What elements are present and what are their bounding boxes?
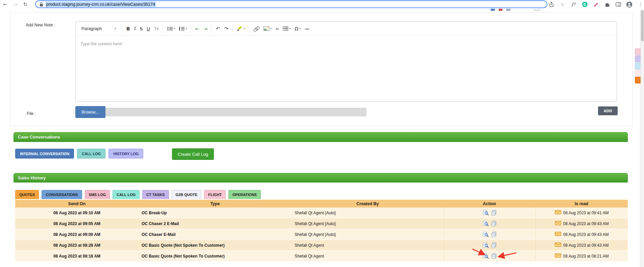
extensions-puzzle-icon[interactable] bbox=[604, 0, 610, 9]
bulleted-list-button[interactable]: ▾ bbox=[165, 24, 177, 34]
tab-g2b-quote[interactable]: G2B QUOTE bbox=[172, 190, 202, 199]
sales-history-tabs: QUOTESCONVERSATIONSSMS LOGCALL LOGCT TAS… bbox=[15, 190, 261, 199]
screen: ← → ↻ product.staging.journey-crm.co.uk/… bbox=[0, 0, 644, 267]
italic-button[interactable]: I bbox=[132, 24, 138, 34]
bookmark-star-icon[interactable]: ☆ bbox=[559, 0, 566, 9]
view-quote-icon[interactable] bbox=[483, 242, 489, 248]
pencil-extension-icon[interactable] bbox=[593, 0, 599, 9]
remove-format-icon: Tx bbox=[154, 26, 159, 31]
share-icon[interactable] bbox=[548, 0, 554, 9]
side-widget-item[interactable] bbox=[635, 70, 641, 76]
cell-send-on: 08 Aug 2023 at 09:10 AM bbox=[15, 208, 139, 218]
toolbar-separator bbox=[191, 24, 191, 33]
table-row[interactable]: 08 Aug 2023 at 09:10 AM OC Break-Up Shef… bbox=[15, 208, 628, 218]
remove-format-button[interactable]: Tx bbox=[152, 24, 161, 34]
copy-document-icon[interactable] bbox=[491, 210, 497, 216]
view-quote-icon[interactable] bbox=[483, 253, 489, 259]
copy-document-icon[interactable] bbox=[491, 221, 497, 226]
reload-icon[interactable]: ↻ bbox=[20, 0, 30, 9]
toolbar-separator bbox=[232, 24, 233, 33]
toolbar-separator bbox=[122, 24, 122, 33]
cell-is-read: 08 Aug 2023 at 09:41 AM bbox=[535, 208, 628, 218]
paragraph-dropdown[interactable]: Paragraph ▾ bbox=[79, 24, 119, 34]
bold-icon: B bbox=[126, 26, 130, 31]
underline-icon: U bbox=[147, 26, 150, 31]
toolbar-buttons: BISUTx▾▾⇤⇥↶↷▾▾“▾Ω▾— bbox=[124, 24, 312, 34]
side-widget-item[interactable] bbox=[635, 77, 641, 83]
grammarly-extension-icon[interactable]: G bbox=[581, 0, 588, 9]
undo-icon: ↶ bbox=[216, 26, 220, 32]
decrease-indent-button[interactable]: ⇤ bbox=[193, 24, 201, 34]
envelope-icon bbox=[555, 210, 561, 216]
block-quote-icon: “ bbox=[276, 29, 279, 32]
tab-quotes[interactable]: QUOTES bbox=[15, 190, 39, 199]
copy-document-icon[interactable] bbox=[491, 242, 497, 248]
address-bar[interactable]: product.staging.journey-crm.co.uk/case/V… bbox=[35, 0, 547, 8]
chevron-down-icon: ▾ bbox=[115, 27, 116, 30]
highlight-button[interactable]: ▾ bbox=[235, 24, 247, 34]
cell-action bbox=[444, 240, 535, 250]
file-input-track[interactable] bbox=[105, 108, 366, 116]
column-header-action: Action bbox=[444, 200, 535, 208]
tab-flight[interactable]: FLIGHT bbox=[204, 190, 226, 199]
button-internal-conversation[interactable]: INTERNAL CONVERSATION bbox=[15, 149, 74, 159]
browse-button[interactable]: Browse... bbox=[75, 106, 105, 118]
link-button[interactable] bbox=[251, 24, 262, 34]
is-read-date: 08 Aug 2023 at 09:43 AM bbox=[563, 232, 609, 237]
tab-call-log[interactable]: CALL LOG bbox=[113, 190, 140, 199]
add-note-button[interactable]: ADD bbox=[598, 106, 618, 115]
button-call-log[interactable]: CALL LOG bbox=[77, 149, 105, 159]
cell-created-by: Shefali Qt Agent [Auto] bbox=[292, 208, 444, 218]
table-row[interactable]: 08 Aug 2023 at 08:18 AM OC Basic Quote (… bbox=[15, 251, 628, 262]
underline-button[interactable]: U bbox=[145, 24, 152, 34]
insert-table-button[interactable]: ▾ bbox=[281, 24, 293, 34]
increase-indent-button[interactable]: ⇥ bbox=[201, 24, 209, 34]
scrollbar-thumb[interactable] bbox=[641, 10, 644, 41]
table-row[interactable]: 08 Aug 2023 at 09:05 AM OC Chaser 2 E-Ma… bbox=[15, 218, 628, 229]
back-icon[interactable]: ← bbox=[0, 0, 10, 9]
copy-document-icon[interactable] bbox=[491, 232, 497, 237]
table-row[interactable]: 08 Aug 2023 at 08:28 AM OC Basic Quote (… bbox=[15, 240, 628, 251]
insert-image-button[interactable]: ▾ bbox=[262, 24, 274, 34]
side-widget-item[interactable] bbox=[635, 55, 641, 62]
block-quote-button[interactable]: “ bbox=[274, 24, 281, 34]
page-content: Add New Note : Paragraph ▾ BISUTx▾▾⇤⇥↶↷▾… bbox=[0, 9, 644, 267]
cell-action bbox=[444, 218, 535, 229]
strikethrough-icon: S bbox=[140, 26, 143, 31]
undo-button[interactable]: ↶ bbox=[214, 24, 222, 34]
cell-created-by: Shefali Qt Agent bbox=[292, 240, 444, 250]
fn-extension-icon[interactable]: ƒ? bbox=[570, 0, 577, 9]
view-quote-icon[interactable] bbox=[483, 221, 489, 226]
tab-ct-tasks[interactable]: CT TASKS bbox=[142, 190, 169, 199]
url-text[interactable]: product.staging.journey-crm.co.uk/case/V… bbox=[46, 2, 156, 7]
copy-document-icon[interactable] bbox=[491, 253, 497, 259]
tab-operations[interactable]: OPERATIONS bbox=[228, 190, 261, 199]
special-characters-button[interactable]: Ω▾ bbox=[293, 24, 303, 34]
bold-button[interactable]: B bbox=[124, 24, 132, 34]
button-history-log[interactable]: HISTORY LOG bbox=[108, 149, 143, 159]
profile-avatar[interactable] bbox=[626, 0, 633, 9]
add-note-label: Add New Note : bbox=[26, 23, 55, 27]
browser-menu-icon[interactable]: ⋮ bbox=[637, 0, 644, 9]
italic-icon: I bbox=[134, 26, 136, 31]
cell-action bbox=[444, 251, 535, 261]
create-call-log-button[interactable]: Create Call Log bbox=[172, 148, 214, 160]
tab-conversations[interactable]: CONVERSATIONS bbox=[42, 190, 82, 199]
view-quote-icon[interactable] bbox=[483, 232, 489, 237]
redo-button[interactable]: ↷ bbox=[222, 24, 230, 34]
side-panel-icon[interactable] bbox=[615, 0, 621, 9]
side-widget-item[interactable] bbox=[635, 48, 641, 55]
chevron-down-icon: ▾ bbox=[270, 27, 272, 30]
forward-icon[interactable]: → bbox=[10, 0, 20, 9]
numbered-list-button[interactable]: ▾ bbox=[177, 24, 189, 34]
side-widget-item[interactable] bbox=[635, 63, 641, 69]
horizontal-line-button[interactable]: — bbox=[303, 24, 312, 34]
tab-sms-log[interactable]: SMS LOG bbox=[85, 190, 110, 199]
horizontal-line-icon: — bbox=[305, 26, 309, 31]
page-scrollbar[interactable] bbox=[640, 9, 644, 267]
sales-history-table: Send OnTypeCreated ByActionIs read 08 Au… bbox=[15, 200, 628, 262]
view-quote-icon[interactable] bbox=[483, 210, 489, 216]
table-row[interactable]: 08 Aug 2023 at 09:00 AM OC Chaser E-Mail… bbox=[15, 229, 628, 240]
strikethrough-button[interactable]: S bbox=[138, 24, 145, 34]
editor-body[interactable]: Type the content here! bbox=[76, 36, 617, 102]
